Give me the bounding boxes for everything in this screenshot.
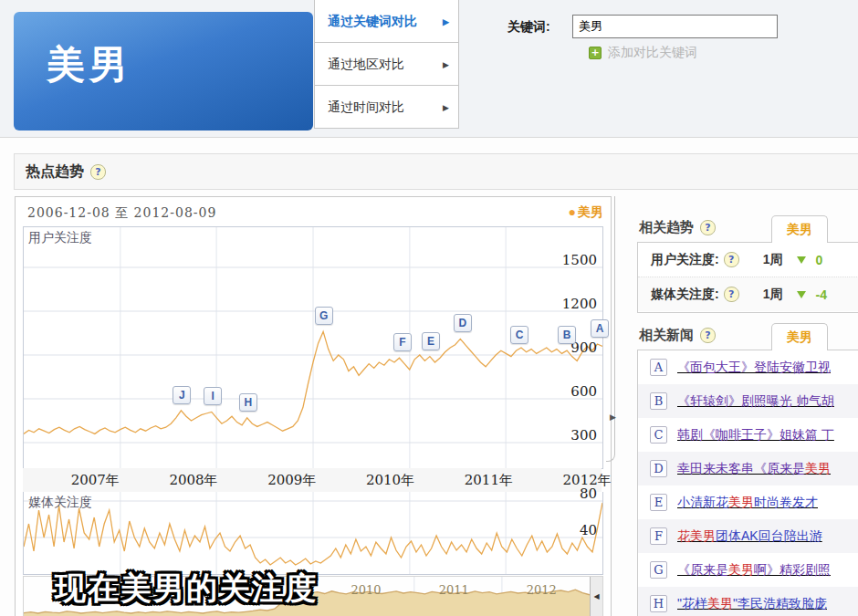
help-icon[interactable]: ? xyxy=(724,252,739,267)
navigator-year-label: 2011 xyxy=(426,583,481,597)
news-link-segment: 美男 xyxy=(805,461,831,475)
news-item: F花美男团体AK回台陪出游 xyxy=(638,519,858,553)
news-link-segment: 团体AK回台陪出游 xyxy=(716,528,822,543)
trend-row-period: 1周 xyxy=(763,252,783,268)
y-axis-label: 1200 xyxy=(562,296,597,312)
news-link-segment: 韩剧《咖啡王子》姐妹篇 丁 xyxy=(677,427,834,442)
y-axis-label: 80 xyxy=(580,485,597,502)
menu-item[interactable]: 通过关键词对比▶ xyxy=(315,0,458,43)
menu-item-label: 通过时间对比 xyxy=(328,99,404,114)
y-axis-label: 600 xyxy=(570,383,597,400)
baidu-index-page: { "page": { "keyword_box": {"keyword": "… xyxy=(0,0,858,616)
y-axis-label: 40 xyxy=(580,522,597,538)
news-link-segment: 时尚卷发才 xyxy=(754,495,818,509)
legend-label: 美男 xyxy=(578,204,603,219)
down-arrow-icon xyxy=(797,256,806,268)
menu-item[interactable]: 通过地区对比▶ xyxy=(315,43,458,86)
video-subtitle: 现在美男的关注度 xyxy=(55,568,318,610)
chart-marker-I[interactable]: I xyxy=(204,387,222,405)
news-link-segment: 花美男 xyxy=(677,528,716,543)
section-title: 热点趋势 xyxy=(26,162,84,182)
trend-row-value: -4 xyxy=(815,287,826,302)
chart-marker-H[interactable]: H xyxy=(239,393,257,412)
navigator-year-label: 2012 xyxy=(514,583,569,597)
news-link-segment: 幸田来未客串《原来是 xyxy=(677,461,805,475)
news-item-badge: D xyxy=(650,460,667,477)
compare-menu: 通过关键词对比▶通过地区对比▶通过时间对比▶ xyxy=(314,0,459,129)
help-icon[interactable]: ? xyxy=(700,220,716,235)
keyword-field-label: 关键词: xyxy=(507,19,550,36)
related-news-tab[interactable]: 美男 xyxy=(771,323,828,350)
plot2-title: 媒体关注度 xyxy=(28,495,92,511)
related-news-title: 相关新闻 ? xyxy=(639,327,716,344)
help-icon[interactable]: ? xyxy=(90,164,106,180)
help-icon[interactable]: ? xyxy=(724,287,739,302)
x-axis-year-label: 2011年 xyxy=(456,472,520,489)
chart-marker-J[interactable]: J xyxy=(173,386,191,404)
news-item: E小清新花美男时尚卷发才 xyxy=(638,485,858,519)
menu-item-label: 通过地区对比 xyxy=(328,57,404,71)
news-link[interactable]: 《面包大王》登陆安徽卫视 xyxy=(677,360,831,376)
news-item: H"花样美男"李民浩精致脸庞 xyxy=(638,587,858,616)
chart-marker-G[interactable]: G xyxy=(315,307,333,325)
news-link[interactable]: 花美男团体AK回台陪出游 xyxy=(677,528,822,545)
chart-marker-C[interactable]: C xyxy=(510,326,528,344)
y-axis-label: 1500 xyxy=(562,252,597,268)
collapse-arrow-icon[interactable]: ▶ xyxy=(610,412,616,422)
down-arrow-icon xyxy=(797,291,806,303)
news-link-segment: 美男 xyxy=(707,596,733,611)
related-news-box: A《面包大王》登陆安徽卫视B《轩辕剑》剧照曝光 帅气胡C韩剧《咖啡王子》姐妹篇 … xyxy=(637,350,858,616)
news-link-segment: "花样 xyxy=(677,596,707,611)
add-compare-keyword-link[interactable]: + 添加对比关键词 xyxy=(589,45,697,61)
trend-row-value: 0 xyxy=(815,253,822,267)
chart-marker-B[interactable]: B xyxy=(558,326,576,344)
add-compare-label: 添加对比关键词 xyxy=(608,45,697,61)
media-attention-plot: 媒体关注度 8040 xyxy=(23,492,603,575)
news-link-segment: 《原来是 xyxy=(677,562,728,577)
chart-marker-E[interactable]: E xyxy=(422,332,440,350)
news-link-segment: 美男 xyxy=(728,495,754,509)
plot1-title: 用户关注度 xyxy=(28,230,92,246)
help-icon[interactable]: ? xyxy=(700,328,716,343)
related-trends-tab[interactable]: 美男 xyxy=(771,215,828,243)
news-item: C韩剧《咖啡王子》姐妹篇 丁 xyxy=(638,418,858,452)
news-link[interactable]: 《轩辕剑》剧照曝光 帅气胡 xyxy=(677,393,834,410)
news-item: G《原来是美男啊》精彩剧照 xyxy=(638,553,858,587)
chart-marker-F[interactable]: F xyxy=(393,333,412,351)
news-item-badge: G xyxy=(650,561,667,579)
x-axis-year-label: 2008年 xyxy=(162,472,225,489)
trend-row-label: 媒体关注度: xyxy=(651,287,719,303)
related-trends-title: 相关趋势 ? xyxy=(639,219,716,236)
news-link[interactable]: 韩剧《咖啡王子》姐妹篇 丁 xyxy=(677,427,834,444)
news-link[interactable]: "花样美男"李民浩精致脸庞 xyxy=(677,596,827,612)
news-link-segment: 《轩辕剑》剧照曝光 帅气胡 xyxy=(677,393,834,408)
news-item-badge: E xyxy=(650,494,667,511)
news-link[interactable]: 幸田来未客串《原来是美男 xyxy=(677,461,831,477)
chevron-right-icon: ▶ xyxy=(443,87,449,129)
x-axis-year-label: 2010年 xyxy=(359,472,423,489)
news-link[interactable]: 小清新花美男时尚卷发才 xyxy=(677,495,818,511)
menu-item[interactable]: 通过时间对比▶ xyxy=(315,86,458,128)
news-link-segment: 美男 xyxy=(728,562,754,577)
navigator-year-label: 2010 xyxy=(339,583,393,597)
chart-marker-D[interactable]: D xyxy=(454,314,472,332)
plus-icon: + xyxy=(589,47,602,59)
chart-marker-A[interactable]: A xyxy=(591,319,609,338)
keyword-banner: 美男 xyxy=(14,12,313,131)
trend-chart-card: 2006-12-08 至 2012-08-09 ●美男 用户关注度 150012… xyxy=(15,196,612,616)
y-axis-label: 300 xyxy=(570,427,597,444)
user-attention-plot: 用户关注度 15001200900600300JIHGFEDCBA xyxy=(23,226,603,469)
navigator-handle[interactable]: ◀ xyxy=(590,577,602,616)
chevron-right-icon: ▶ xyxy=(443,44,449,86)
keyword-input[interactable] xyxy=(572,15,778,38)
trend-row-period: 1周 xyxy=(763,287,783,303)
menu-item-label: 通过关键词对比 xyxy=(328,14,417,28)
news-link[interactable]: 《原来是美男啊》精彩剧照 xyxy=(677,562,831,579)
news-item-badge: B xyxy=(650,392,667,410)
related-trends-title-text: 相关趋势 xyxy=(639,219,694,236)
news-link-segment: 啊》精彩剧照 xyxy=(754,562,831,577)
news-link-segment: "李民浩精致脸庞 xyxy=(733,596,827,611)
x-axis-year-label: 2009年 xyxy=(260,472,324,489)
news-item: A《面包大王》登陆安徽卫视 xyxy=(638,350,858,384)
news-item-badge: F xyxy=(650,527,667,545)
